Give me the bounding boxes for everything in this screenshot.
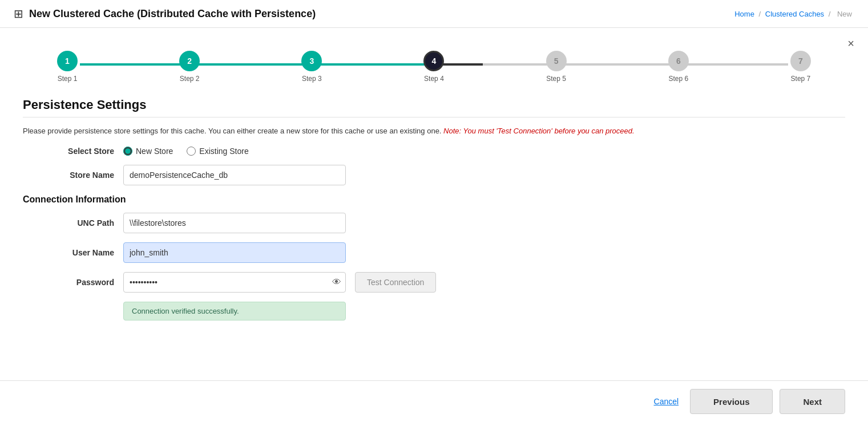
step-4-label: Step 4 <box>424 75 444 83</box>
connection-info-section: Connection Information UNC Path User Nam… <box>23 194 845 320</box>
previous-button[interactable]: Previous <box>690 389 773 414</box>
success-message: Connection verified successfully. <box>123 302 346 320</box>
step-2-circle: 2 <box>179 51 200 71</box>
info-note: Note: You must 'Test Connection' before … <box>443 127 635 135</box>
step-1-label: Step 1 <box>58 75 78 83</box>
radio-group-store: New Store Existing Store <box>123 147 249 156</box>
stepper-track-active <box>80 63 425 66</box>
footer: Cancel Previous Next <box>0 380 868 422</box>
password-label: Password <box>23 278 114 287</box>
radio-new-store-input[interactable] <box>123 147 132 156</box>
radio-existing-store-input[interactable] <box>187 147 196 156</box>
step-6-label: Step 6 <box>668 75 688 83</box>
step-3-label: Step 3 <box>302 75 322 83</box>
password-wrapper: 👁 <box>123 272 346 293</box>
store-name-row: Store Name <box>23 165 845 185</box>
select-store-row: Select Store New Store Existing Store <box>23 147 845 156</box>
toggle-password-button[interactable]: 👁 <box>332 277 341 287</box>
step-1-circle: 1 <box>57 51 78 71</box>
stepper: 1 Step 1 2 Step 2 3 Step 3 4 Step 4 5 <box>23 39 845 88</box>
username-row: User Name <box>23 242 845 263</box>
unc-path-row: UNC Path <box>23 213 845 233</box>
page-title: New Clustered Cache (Distributed Cache w… <box>29 8 316 20</box>
connection-info-title: Connection Information <box>23 194 845 205</box>
header-left: ⊞ New Clustered Cache (Distributed Cache… <box>14 7 316 21</box>
test-connection-button[interactable]: Test Connection <box>355 272 436 293</box>
step-5-circle: 5 <box>546 51 567 71</box>
step-6-circle: 6 <box>668 51 689 71</box>
eye-icon: 👁 <box>332 277 341 287</box>
breadcrumb: Home / Clustered Caches / New <box>734 10 854 18</box>
username-input[interactable] <box>123 242 346 263</box>
step-4-circle: 4 <box>423 51 444 71</box>
header: ⊞ New Clustered Cache (Distributed Cache… <box>0 0 868 28</box>
step-5-label: Step 5 <box>546 75 566 83</box>
unc-path-label: UNC Path <box>23 218 114 228</box>
radio-existing-store[interactable]: Existing Store <box>187 147 248 156</box>
info-text: Please provide persistence store setting… <box>23 127 845 135</box>
step-2-label: Step 2 <box>180 75 200 83</box>
breadcrumb-sep2: / <box>829 10 831 18</box>
step-1: 1 Step 1 <box>57 51 78 83</box>
step-3-circle: 3 <box>301 51 322 71</box>
store-name-label: Store Name <box>23 171 114 180</box>
breadcrumb-current: New <box>837 10 852 18</box>
unc-path-input[interactable] <box>123 213 346 233</box>
select-store-label: Select Store <box>23 147 114 156</box>
breadcrumb-sep1: / <box>759 10 761 18</box>
store-name-input[interactable] <box>123 165 346 185</box>
username-label: User Name <box>23 248 114 257</box>
close-button[interactable]: × <box>847 37 854 50</box>
step-3: 3 Step 3 <box>301 51 322 83</box>
breadcrumb-home[interactable]: Home <box>734 10 754 18</box>
password-input[interactable] <box>123 272 346 293</box>
step-7-circle: 7 <box>790 51 811 71</box>
section-divider <box>23 117 845 117</box>
step-6: 6 Step 6 <box>668 51 689 83</box>
step-7-label: Step 7 <box>791 75 811 83</box>
main-content: × 1 Step 1 2 Step 2 3 Step 3 4 <box>0 28 868 339</box>
step-5: 5 Step 5 <box>546 51 567 83</box>
cluster-icon: ⊞ <box>14 7 23 21</box>
step-7: 7 Step 7 <box>790 51 811 83</box>
breadcrumb-clustered-caches[interactable]: Clustered Caches <box>765 10 824 18</box>
next-button[interactable]: Next <box>780 389 845 414</box>
password-row: Password 👁 Test Connection <box>23 272 845 293</box>
cancel-button[interactable]: Cancel <box>654 397 679 406</box>
section-title: Persistence Settings <box>23 98 845 112</box>
radio-new-store[interactable]: New Store <box>123 147 173 156</box>
step-2: 2 Step 2 <box>179 51 200 83</box>
step-4: 4 Step 4 <box>423 51 444 83</box>
